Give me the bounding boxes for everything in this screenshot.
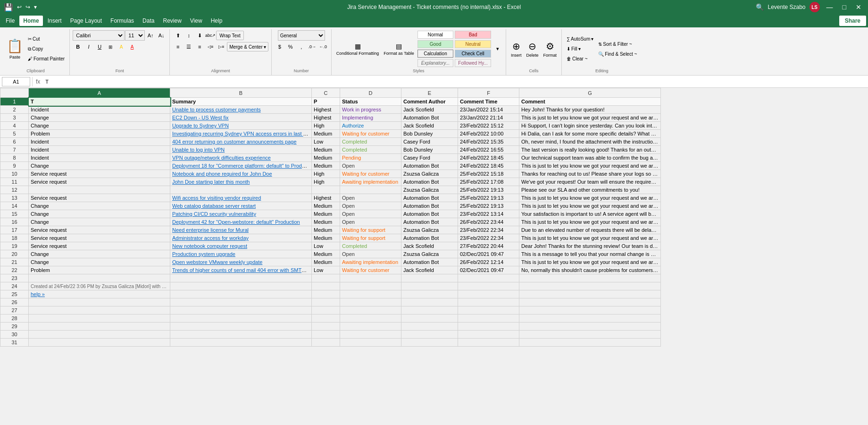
comma-button[interactable]: , <box>296 42 307 52</box>
menu-insert[interactable]: Insert <box>44 16 66 26</box>
cell-B1[interactable]: Summary <box>170 98 312 106</box>
align-top-button[interactable]: ⬆ <box>173 30 183 41</box>
percent-button[interactable]: % <box>285 42 296 52</box>
align-right-button[interactable]: ≡ <box>194 42 205 52</box>
cell-B20[interactable]: Production system upgrade <box>170 250 312 258</box>
undo-icon[interactable]: ↩ <box>17 4 22 10</box>
font-color-button[interactable]: A <box>127 42 137 52</box>
cell-A8[interactable]: Incident <box>29 154 170 162</box>
increase-decimal-button[interactable]: ←.0 <box>318 42 328 52</box>
cell-D23[interactable] <box>340 274 401 282</box>
row-header-29[interactable]: 29 <box>0 323 29 331</box>
styles-more-button[interactable]: ▾ <box>492 44 503 54</box>
cell-F26[interactable] <box>458 298 519 306</box>
cell-B30[interactable] <box>170 331 312 339</box>
cell-A4[interactable]: Change <box>29 122 170 130</box>
cell-F17[interactable]: 23/Feb/2022 22:34 <box>458 226 519 234</box>
cell-C29[interactable] <box>312 323 340 331</box>
cell-E1[interactable]: Comment Author <box>401 98 458 106</box>
cell-C21[interactable]: Medium <box>312 258 340 266</box>
cell-E15[interactable]: Automation Bot <box>401 210 458 218</box>
currency-button[interactable]: $ <box>275 42 285 52</box>
cell-G9[interactable]: This is just to let you know we got your… <box>519 162 661 170</box>
row-header-7[interactable]: 7 <box>0 146 29 154</box>
merge-center-button[interactable]: Merge & Center ▾ <box>227 42 268 51</box>
cell-G16[interactable]: This is just to let you know we got your… <box>519 218 661 226</box>
cell-C31[interactable] <box>312 339 340 347</box>
cell-F22[interactable]: 02/Dec/2021 09:47 <box>458 266 519 274</box>
menu-data[interactable]: Data <box>139 16 158 26</box>
cell-B16[interactable]: Deployment 42 for "Open-webstore: defaul… <box>170 218 312 226</box>
row-header-4[interactable]: 4 <box>0 122 29 130</box>
cell-C17[interactable]: Medium <box>312 226 340 234</box>
align-middle-button[interactable]: ↕ <box>184 30 194 41</box>
cell-D7[interactable]: Completed <box>340 146 401 154</box>
cell-E18[interactable]: Automation Bot <box>401 234 458 242</box>
menu-help[interactable]: Help <box>207 16 226 26</box>
sort-filter-button[interactable]: ⇅ Sort & Filter ~ <box>596 39 639 49</box>
col-header-G[interactable]: G <box>519 88 661 98</box>
underline-button[interactable]: U <box>94 42 105 52</box>
cell-B12[interactable] <box>170 186 312 194</box>
cell-E29[interactable] <box>401 323 458 331</box>
cell-A21[interactable]: Change <box>29 258 170 266</box>
cell-D11[interactable]: Awaiting implementation <box>340 178 401 186</box>
cell-C14[interactable]: Medium <box>312 202 340 210</box>
row-header-23[interactable]: 23 <box>0 274 29 282</box>
cell-A11[interactable]: Service request <box>29 178 170 186</box>
cell-D3[interactable]: Implementing <box>340 114 401 122</box>
cell-B23[interactable] <box>170 274 312 282</box>
cell-A10[interactable]: Service request <box>29 170 170 178</box>
cell-D15[interactable]: Open <box>340 210 401 218</box>
menu-view[interactable]: View <box>186 16 206 26</box>
cell-C16[interactable]: Medium <box>312 218 340 226</box>
redo-icon[interactable]: ↪ <box>25 4 30 10</box>
cell-G24[interactable] <box>519 282 661 290</box>
row-header-18[interactable]: 18 <box>0 234 29 242</box>
cell-D30[interactable] <box>340 331 401 339</box>
cell-A9[interactable]: Change <box>29 162 170 170</box>
cell-E19[interactable]: Jack Scofield <box>401 242 458 250</box>
cell-B31[interactable] <box>170 339 312 347</box>
copy-button[interactable]: ⧉ Copy <box>26 44 67 54</box>
cell-A7[interactable]: Incident <box>29 146 170 154</box>
text-angle-button[interactable]: abc↗ <box>205 30 216 41</box>
cut-button[interactable]: ✂ Cut <box>26 34 67 44</box>
cell-A3[interactable]: Change <box>29 114 170 122</box>
cell-G12[interactable]: Please see our SLA and other commitments… <box>519 186 661 194</box>
increase-indent-button[interactable]: ▷≡ <box>216 42 226 52</box>
font-name-select[interactable]: Calibri <box>73 30 125 41</box>
col-header-E[interactable]: E <box>401 88 458 98</box>
fill-button[interactable]: ⬇ Fill ▾ <box>565 44 595 54</box>
cell-D19[interactable]: Completed <box>340 242 401 250</box>
cell-F14[interactable]: 25/Feb/2022 19:13 <box>458 202 519 210</box>
cell-E25[interactable] <box>401 290 458 298</box>
cell-G18[interactable]: This is just to let you know we got your… <box>519 234 661 242</box>
clear-button[interactable]: 🗑 Clear ~ <box>565 54 595 64</box>
cell-G26[interactable] <box>519 298 661 306</box>
cell-G5[interactable]: Hi Dalia, can I ask for some more specif… <box>519 130 661 138</box>
cell-F10[interactable]: 25/Feb/2022 15:18 <box>458 170 519 178</box>
cell-E9[interactable]: Automation Bot <box>401 162 458 170</box>
cell-G4[interactable]: Hi Support, I can't login since yesterda… <box>519 122 661 130</box>
menu-file[interactable]: File <box>2 16 18 26</box>
cell-F18[interactable]: 23/Feb/2022 22:34 <box>458 234 519 242</box>
align-bottom-button[interactable]: ⬇ <box>194 30 205 41</box>
row-header-27[interactable]: 27 <box>0 306 29 314</box>
cell-A31[interactable] <box>29 339 170 347</box>
cell-A22[interactable]: Problem <box>29 266 170 274</box>
cell-B29[interactable] <box>170 323 312 331</box>
cell-E20[interactable]: Zsuzsa Galicza <box>401 250 458 258</box>
cell-F15[interactable]: 23/Feb/2022 13:14 <box>458 210 519 218</box>
sheet-area[interactable]: A B C D E F G 1TSummaryPStatusComment Au… <box>0 88 868 425</box>
cell-B10[interactable]: Notebook and phone required for John Doe <box>170 170 312 178</box>
cell-G28[interactable] <box>519 314 661 323</box>
cell-G8[interactable]: Our technical support team was able to c… <box>519 154 661 162</box>
row-header-14[interactable]: 14 <box>0 202 29 210</box>
cell-C20[interactable]: Medium <box>312 250 340 258</box>
cell-B8[interactable]: VPN outage/network difficulties experien… <box>170 154 312 162</box>
cell-D9[interactable]: Open <box>340 162 401 170</box>
row-header-28[interactable]: 28 <box>0 314 29 323</box>
cell-F1[interactable]: Comment Time <box>458 98 519 106</box>
cell-G20[interactable]: This is a message to tell you that your … <box>519 250 661 258</box>
